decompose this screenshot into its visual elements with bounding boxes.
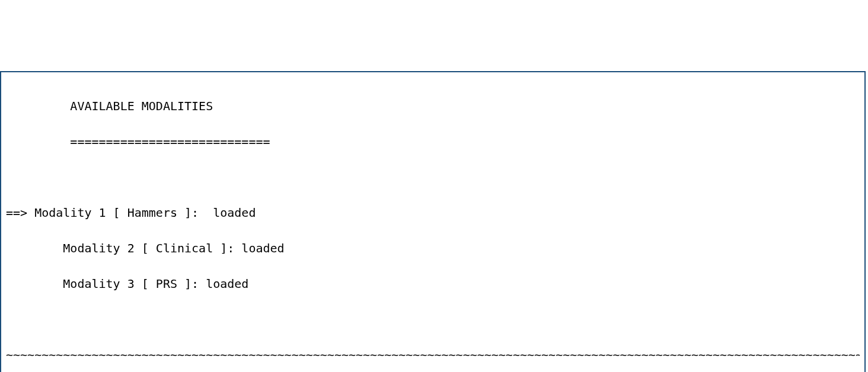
modality-3-text: Modality 3 [ PRS ]: loaded [63,277,248,291]
terminal-window: AVAILABLE MODALITIES ===================… [0,71,866,372]
modality-row: Modality 3 [ PRS ]: loaded [6,275,860,293]
header-underline: ============================ [6,133,860,150]
modality-row: Modality 2 [ Clinical ]: loaded [6,239,860,257]
indent [6,277,63,291]
blank-line [6,310,860,328]
modality-2-text: Modality 2 [ Clinical ]: loaded [63,241,284,255]
blank-line [6,168,860,186]
modality-row-selected: ==> Modality 1 [ Hammers ]: loaded [6,204,860,222]
header-title: AVAILABLE MODALITIES [6,97,860,115]
modality-1-text: Modality 1 [ Hammers ]: loaded [34,206,256,220]
selected-marker: ==> [6,206,34,220]
wave-separator-top: ~~~~~~~~~~~~~~~~~~~~~~~~~~~~~~~~~~~~~~~~… [6,346,860,364]
indent [6,241,63,255]
